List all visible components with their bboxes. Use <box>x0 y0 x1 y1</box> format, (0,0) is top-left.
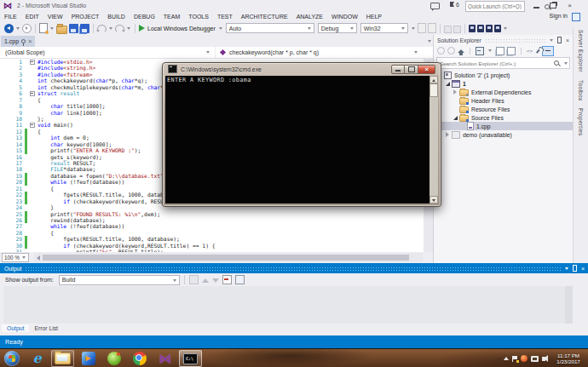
platform-combo[interactable]: Win32 <box>360 23 408 33</box>
taskbar-cmd[interactable]: C:\ <box>179 350 202 367</box>
sign-in-link[interactable]: Sign in <box>550 13 568 19</box>
collapsed-arrow-icon[interactable] <box>444 132 451 137</box>
side-tab-properties[interactable]: Properties <box>578 108 584 136</box>
taskbar-chrome[interactable] <box>128 350 151 367</box>
output-source-combo[interactable]: Build <box>59 275 180 285</box>
cmd-content[interactable]: ENTER A KEYWORD :obama <box>165 76 438 204</box>
profile-icon[interactable] <box>572 13 580 21</box>
undo-icon[interactable] <box>97 25 107 33</box>
pin-tab-icon[interactable] <box>21 39 26 43</box>
taskbar-clock[interactable]: 11:17 PM 1/23/2017 <box>551 353 585 365</box>
fold-collapse-icon[interactable] <box>27 122 37 128</box>
tree-item-demo-unavailable[interactable]: demo (unavailable) <box>434 130 573 139</box>
output-header[interactable]: Output × <box>0 263 588 273</box>
clear-bookmarks-icon[interactable] <box>494 25 501 32</box>
pin-panel-icon[interactable] <box>557 37 562 43</box>
tree-item-resource-files[interactable]: Resource Files <box>434 105 573 113</box>
clear-all-icon[interactable] <box>222 275 232 284</box>
volume-icon[interactable] <box>542 357 545 361</box>
network-icon[interactable] <box>531 356 539 362</box>
window-position-dropdown-icon[interactable] <box>565 267 568 270</box>
menu-team[interactable]: TEAM <box>159 14 184 20</box>
code-line[interactable]: 29 fgets(RESULT.title, 1000, database); <box>0 236 424 242</box>
open-file-icon[interactable] <box>56 26 67 34</box>
menu-debug[interactable]: DEBUG <box>130 14 159 20</box>
menu-view[interactable]: VIEW <box>43 14 67 20</box>
notifications-button[interactable]: 6 <box>450 2 459 8</box>
expanded-arrow-icon[interactable] <box>444 82 451 86</box>
platform-dropdown-icon[interactable] <box>412 27 415 30</box>
minimize-button[interactable] <box>529 0 544 11</box>
undo-dropdown-icon[interactable] <box>109 27 112 30</box>
close-panel-icon[interactable]: × <box>566 37 569 43</box>
new-file-dropdown-icon[interactable] <box>50 27 54 30</box>
cmd-minimize-button[interactable] <box>391 65 405 74</box>
preview-selected-items-toggle[interactable] <box>542 46 554 56</box>
tab-overflow-icon[interactable] <box>428 40 431 43</box>
scroll-up-icon[interactable] <box>429 76 438 83</box>
navigate-forward-icon[interactable] <box>22 24 32 33</box>
navigate-back-icon[interactable] <box>4 24 14 33</box>
cmd-titlebar[interactable]: C:\Windows\system32\cmd.exe <box>168 65 262 73</box>
code-line[interactable]: 26 rewind(database); <box>0 217 424 223</box>
code-line[interactable]: 25 printf("FOUND RESULTS: %i\n",dem); <box>0 211 424 217</box>
menu-test[interactable]: TEST <box>213 14 237 20</box>
collapse-dropdown-icon[interactable] <box>488 49 492 52</box>
new-file-icon[interactable] <box>39 23 48 33</box>
save-icon[interactable] <box>69 24 78 33</box>
refresh-icon[interactable] <box>507 47 516 55</box>
redo-icon[interactable] <box>115 25 124 33</box>
menu-help[interactable]: HELP <box>362 14 386 20</box>
taskbar-wmp[interactable]: ▶ <box>77 350 100 367</box>
menu-tools[interactable]: TOOLS <box>184 14 213 20</box>
attach-icon[interactable] <box>418 23 426 33</box>
side-tab-server-explorer[interactable]: Server Explorer <box>578 30 584 72</box>
preview-icon[interactable] <box>428 23 436 33</box>
window-position-dropdown-icon[interactable] <box>550 39 553 42</box>
word-wrap-icon[interactable] <box>235 275 245 284</box>
taskbar-green-app[interactable] <box>102 350 125 367</box>
update-tray-icon[interactable] <box>521 355 527 362</box>
toggle-bookmark-icon[interactable] <box>469 25 476 32</box>
output-scrollbar[interactable] <box>565 286 573 324</box>
cmd-maximize-button[interactable] <box>405 65 418 74</box>
properties-wrench-icon[interactable] <box>536 48 541 54</box>
feedback-icon[interactable] <box>430 3 440 9</box>
menu-architecture[interactable]: ARCHITECTURE <box>237 14 292 20</box>
redo-dropdown-icon[interactable] <box>127 27 130 30</box>
debug-target-dropdown-icon[interactable] <box>219 27 222 30</box>
menu-edit[interactable]: EDIT <box>21 14 43 20</box>
cmd-scrollbar[interactable] <box>429 76 438 204</box>
tree-item-solution-2-1-project[interactable]: Solution '2' (1 project) <box>434 71 573 79</box>
tab-error-list[interactable]: Error List <box>29 324 63 332</box>
fold-collapse-icon[interactable] <box>27 59 37 65</box>
menu-file[interactable]: FILE <box>0 14 21 20</box>
tree-item-1-cpp[interactable]: 1.cpp <box>434 122 573 130</box>
cmd-window[interactable]: C:\Windows\system32\cmd.exe × ENTER A KE… <box>162 62 441 207</box>
side-tab-toolbox[interactable]: Toolbox <box>578 80 584 101</box>
tree-item-source-files[interactable]: Source Files <box>434 113 573 122</box>
code-line[interactable]: 27 while (!feof(database)) <box>0 223 424 229</box>
taskbar-explorer[interactable] <box>51 350 74 367</box>
scroll-thumb[interactable] <box>43 255 409 261</box>
menu-analyze[interactable]: ANALYZE <box>292 14 327 20</box>
auto-combo[interactable]: Auto <box>226 23 314 33</box>
editor-horizontal-scrollbar[interactable] <box>34 253 423 262</box>
cmd-close-button[interactable]: × <box>418 65 435 74</box>
toolbar-overflow-icon[interactable] <box>504 27 507 30</box>
code-line[interactable]: 30 if (checkakeyword(keyword,RESULT.titl… <box>0 243 424 249</box>
scroll-left-icon[interactable] <box>37 255 40 261</box>
tab-output[interactable]: Output <box>2 324 29 332</box>
solution-search-input[interactable] <box>437 60 554 66</box>
menu-build[interactable]: BUILD <box>103 14 130 20</box>
tree-item-1[interactable]: 1 <box>434 79 573 88</box>
collapsed-arrow-icon[interactable] <box>452 89 458 95</box>
zoom-level-combo[interactable]: 100 % <box>2 253 29 262</box>
scroll-thumb[interactable] <box>429 83 438 97</box>
forward-icon[interactable] <box>447 47 455 54</box>
sync-with-active-document-icon[interactable] <box>496 47 504 55</box>
debug-target-label[interactable]: Local Windows Debugger <box>147 26 216 32</box>
scope-dropdown[interactable]: (Global Scope) <box>0 47 216 58</box>
output-content[interactable] <box>3 286 565 324</box>
quick-launch[interactable] <box>465 1 525 12</box>
